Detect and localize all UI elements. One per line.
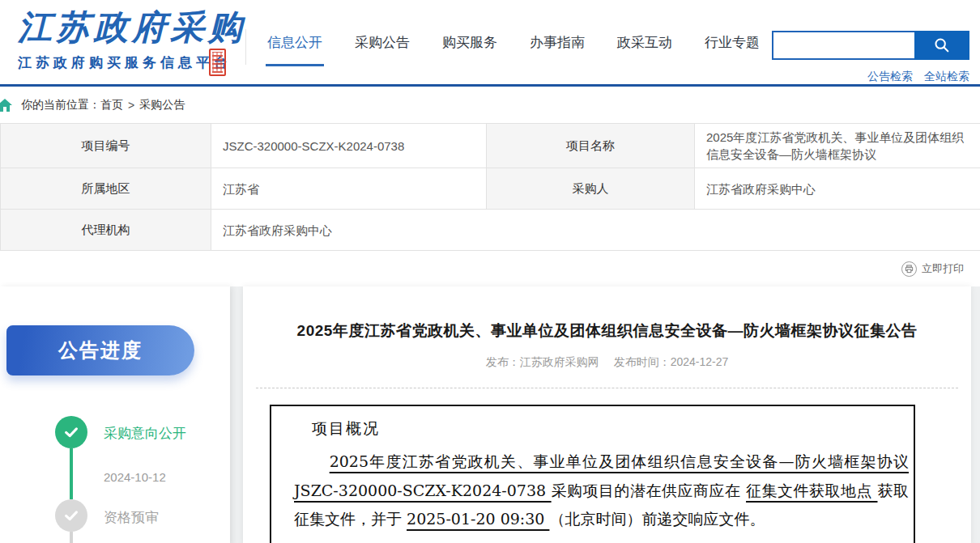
region-value: 江苏省 (211, 168, 487, 210)
page: 江苏政府采购 江苏政府购买服务信息平台 信息公开 采购公告 购买服务 办事指南 … (0, 0, 980, 543)
search-scope-links: 公告检索 全站检索 (867, 70, 969, 84)
announcement-panel: 2025年度江苏省党政机关、事业单位及团体组织信息安全设备—防火墙框架协议征集公… (243, 286, 971, 543)
dashed-divider (256, 388, 958, 388)
table-row: 代理机构 江苏省政府采购中心 (1, 210, 980, 251)
overview-segment: （北京时间）前递交响应文件。 (549, 510, 765, 528)
purchaser-label: 采购人 (487, 168, 695, 210)
step-label-prequalification: 资格预审 (104, 508, 159, 527)
project-overview-box: 项目概况 2025年度江苏省党政机关、事业单位及团体组织信息安全设备—防火墙框架… (270, 405, 915, 543)
step-label-intention: 采购意向公开 (104, 424, 186, 443)
breadcrumb-prefix: 你的当前位置： (21, 98, 100, 112)
project-number-label: 项目编号 (1, 124, 211, 168)
article-meta: 发布：江苏政府采购网 发布时间：2024-12-27 (243, 355, 971, 370)
step-done-check-icon (55, 416, 87, 448)
table-row: 项目编号 JSZC-320000-SCZX-K2024-0738 项目名称 20… (1, 124, 980, 168)
breadcrumb-home-link[interactable]: 首页 (100, 98, 123, 112)
publish-source: 发布：江苏政府采购网 (486, 355, 599, 368)
overview-segment: 2025-01-20 09:30 (407, 510, 549, 528)
nav-item-procurement-announcements[interactable]: 采购公告 (353, 30, 411, 55)
overview-segment: 征集文件获取地点 (746, 481, 877, 499)
search-button[interactable] (914, 31, 969, 60)
overview-heading: 项目概况 (294, 416, 909, 440)
search-icon (933, 36, 951, 54)
logo-title: 江苏政府采购 (18, 5, 246, 50)
nav-item-industry-topics[interactable]: 行业专题 (703, 30, 761, 55)
breadcrumb: 你的当前位置： 首页 > 采购公告 (0, 87, 980, 123)
nav-item-info-disclosure[interactable]: 信息公开 (266, 30, 324, 55)
step-date-intention: 2024-10-12 (104, 470, 166, 484)
progress-sidebar: 公告进度 采购意向公开 2024-10-12 资格预审 (0, 286, 230, 543)
table-row: 所属地区 江苏省 采购人 江苏省政府采购中心 (1, 168, 980, 210)
region-label: 所属地区 (1, 168, 211, 210)
site-header: 江苏政府采购 江苏政府购买服务信息平台 信息公开 采购公告 购买服务 办事指南 … (0, 0, 980, 84)
publish-time: 发布时间：2024-12-27 (614, 355, 729, 368)
overview-paragraph: 2025年度江苏省党政机关、事业单位及团体组织信息安全设备—防火墙框架协议 JS… (294, 448, 909, 534)
page-title: 2025年度江苏省党政机关、事业单位及团体组织信息安全设备—防火墙框架协议征集公… (243, 286, 971, 341)
main-nav: 信息公开 采购公告 购买服务 办事指南 政采互动 行业专题 (266, 0, 761, 84)
breadcrumb-current[interactable]: 采购公告 (139, 98, 185, 112)
content-section: 公告进度 采购意向公开 2024-10-12 资格预审 2025年度江苏省党政机… (0, 286, 980, 543)
project-name-value: 2025年度江苏省党政机关、事业单位及团体组织信息安全设备—防火墙框架协议 (695, 124, 980, 168)
home-icon (0, 98, 13, 112)
project-number-value: JSZC-320000-SCZX-K2024-0738 (211, 124, 487, 168)
timeline-connector (70, 532, 73, 543)
progress-banner: 公告进度 (6, 325, 194, 375)
printer-icon (901, 261, 917, 277)
breadcrumb-separator: > (128, 99, 134, 112)
nav-item-service-guide[interactable]: 办事指南 (528, 30, 586, 55)
project-info-table: 项目编号 JSZC-320000-SCZX-K2024-0738 项目名称 20… (0, 123, 980, 251)
nav-item-procurement-interaction[interactable]: 政采互动 (616, 30, 674, 55)
header-divider (245, 29, 246, 65)
search-bar (772, 31, 969, 60)
purchaser-value: 江苏省政府采购中心 (695, 168, 980, 210)
step-pending-check-icon (55, 499, 87, 532)
print-label: 立即打印 (922, 261, 964, 276)
project-name-label: 项目名称 (487, 124, 695, 168)
print-row: 立即打印 (0, 251, 980, 286)
nav-item-purchase-services[interactable]: 购买服务 (441, 30, 499, 55)
overview-segment: 采购项目的潜在供应商应在 (552, 481, 746, 499)
agency-label: 代理机构 (1, 210, 211, 251)
timeline-connector (70, 448, 73, 499)
search-input[interactable] (772, 31, 914, 60)
red-seal-stamp-icon (209, 49, 226, 76)
print-button[interactable]: 立即打印 (901, 261, 964, 277)
announcement-search-link[interactable]: 公告检索 (867, 70, 913, 84)
agency-value: 江苏省政府采购中心 (211, 210, 980, 251)
site-search-link[interactable]: 全站检索 (924, 70, 969, 84)
